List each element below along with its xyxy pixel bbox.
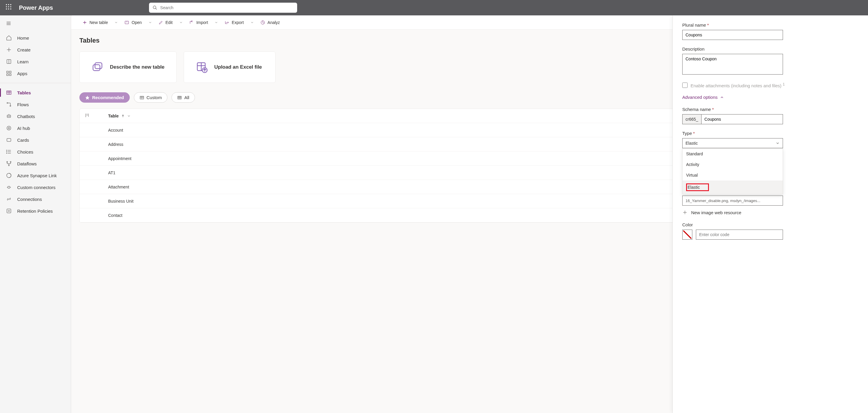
- type-select[interactable]: Elastic: [682, 138, 783, 148]
- topbar: Power Apps: [0, 0, 868, 15]
- import-chevron[interactable]: [212, 19, 220, 26]
- column-options-icon[interactable]: [85, 113, 90, 118]
- export-chevron[interactable]: [248, 19, 256, 26]
- svg-rect-34: [7, 138, 11, 141]
- nav-dataflows[interactable]: Dataflows: [0, 158, 71, 170]
- search-icon: [153, 5, 157, 10]
- button-label: Analyz: [268, 20, 280, 25]
- color-code-input[interactable]: [696, 230, 783, 240]
- nav-create[interactable]: Create: [0, 44, 71, 56]
- svg-point-8: [10, 8, 11, 10]
- nav-aihub[interactable]: AI hub: [0, 122, 71, 134]
- color-swatch[interactable]: [682, 230, 692, 240]
- book-icon: [6, 59, 12, 65]
- nav-label: Choices: [17, 149, 33, 154]
- pie-icon: [260, 20, 265, 25]
- open-button[interactable]: Open: [121, 18, 145, 27]
- chip-all[interactable]: All: [172, 92, 195, 103]
- card-label: Describe the new table: [110, 64, 164, 70]
- svg-rect-46: [7, 209, 11, 213]
- plural-name-input[interactable]: [682, 30, 783, 40]
- edit-chevron[interactable]: [177, 19, 185, 26]
- svg-point-40: [6, 153, 7, 153]
- chevron-down-icon: [776, 141, 780, 145]
- nav-learn[interactable]: Learn: [0, 56, 71, 67]
- chevron-down-icon: [250, 21, 254, 24]
- nav-label: Learn: [17, 59, 28, 64]
- synapse-icon: [6, 172, 12, 178]
- nav-synapse[interactable]: Azure Synapse Link: [0, 170, 71, 181]
- type-option-elastic[interactable]: Elastic: [683, 180, 783, 194]
- nav-connectors[interactable]: Custom connectors: [0, 181, 71, 193]
- left-nav: Home Create Learn Apps: [0, 15, 71, 413]
- schema-prefix: cr665_: [682, 114, 701, 124]
- type-selected: Elastic: [685, 141, 698, 145]
- nav-choices[interactable]: Choices: [0, 146, 71, 158]
- search-box[interactable]: [149, 3, 297, 13]
- svg-rect-52: [93, 65, 100, 71]
- chevron-up-icon: [720, 95, 724, 99]
- table-stack-icon: [92, 61, 103, 73]
- describe-table-card[interactable]: Describe the new table: [80, 51, 177, 83]
- type-option-virtual[interactable]: Virtual: [683, 170, 783, 180]
- sort-asc-icon: [121, 114, 125, 118]
- svg-point-30: [9, 116, 10, 116]
- plural-name-label: Plural name*: [682, 23, 783, 28]
- open-chevron[interactable]: [146, 19, 154, 26]
- nav-flows[interactable]: Flows: [0, 99, 71, 110]
- export-icon: [224, 20, 229, 25]
- upload-excel-card[interactable]: Upload an Excel file: [184, 51, 276, 83]
- nav-chatbots[interactable]: Chatbots: [0, 110, 71, 122]
- import-button[interactable]: Import: [186, 18, 211, 27]
- svg-marker-59: [85, 96, 89, 99]
- edit-button[interactable]: Edit: [156, 18, 176, 27]
- color-label: Color: [682, 222, 783, 227]
- nav-label: Create: [17, 47, 31, 53]
- connection-icon: [6, 196, 12, 202]
- svg-rect-22: [7, 91, 11, 94]
- schema-name-input[interactable]: [701, 114, 783, 124]
- svg-rect-53: [95, 63, 102, 69]
- chip-label: Recommended: [92, 95, 124, 100]
- nav-home[interactable]: Home: [0, 32, 71, 44]
- nav-apps[interactable]: Apps: [0, 67, 71, 79]
- button-label: Export: [232, 20, 244, 25]
- new-table-chevron[interactable]: [112, 19, 120, 26]
- search-input[interactable]: [160, 5, 293, 10]
- chip-custom[interactable]: Custom: [134, 92, 168, 103]
- pencil-icon: [158, 20, 163, 25]
- advanced-options-toggle[interactable]: Advanced options: [682, 95, 859, 100]
- export-button[interactable]: Export: [222, 18, 246, 27]
- enable-attachments-label: Enable attachments (including notes and …: [690, 82, 785, 88]
- nav-connections[interactable]: Connections: [0, 193, 71, 205]
- hamburger-button[interactable]: [0, 18, 71, 30]
- new-image-resource-button[interactable]: New image web resource: [682, 210, 783, 215]
- new-table-button[interactable]: New table: [80, 18, 111, 27]
- svg-point-33: [8, 128, 10, 129]
- type-label: Type*: [682, 131, 783, 136]
- analyze-button[interactable]: Analyz: [257, 18, 283, 27]
- new-image-label: New image web resource: [691, 210, 741, 215]
- nav-label: Retention Policies: [17, 209, 53, 214]
- svg-rect-63: [178, 96, 181, 99]
- svg-rect-18: [7, 71, 8, 73]
- nav-retention[interactable]: Retention Policies: [0, 205, 71, 217]
- image-resource-input[interactable]: 16_Yammer_disable.png, msdyn_/images...: [682, 196, 783, 206]
- connector-icon: [6, 184, 12, 190]
- button-label: Edit: [165, 20, 173, 25]
- enable-attachments-checkbox[interactable]: [682, 82, 688, 88]
- svg-point-26: [7, 102, 8, 103]
- description-input[interactable]: [682, 54, 783, 74]
- type-option-standard[interactable]: Standard: [683, 148, 783, 159]
- svg-point-3: [6, 6, 7, 7]
- svg-rect-28: [7, 115, 11, 117]
- chip-recommended[interactable]: Recommended: [80, 92, 130, 103]
- type-option-activity[interactable]: Activity: [683, 159, 783, 170]
- svg-point-27: [10, 105, 11, 106]
- nav-cards[interactable]: Cards: [0, 134, 71, 146]
- waffle-icon[interactable]: [5, 4, 12, 12]
- ai-icon: [6, 125, 12, 131]
- grid-icon: [140, 95, 144, 100]
- nav-tables[interactable]: Tables: [0, 87, 71, 99]
- nav-label: Azure Synapse Link: [17, 173, 57, 178]
